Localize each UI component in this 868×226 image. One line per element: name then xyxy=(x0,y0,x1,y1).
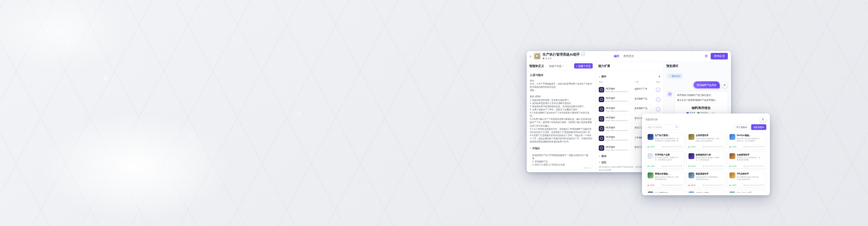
add-plugin-button[interactable]: + xyxy=(658,75,660,78)
copy-icon[interactable] xyxy=(581,53,585,56)
agent-card-description: 库存盘点与出入库管理问答，支持库存预警提醒 xyxy=(737,157,761,161)
agent-title: 生产执行管理系统AI助手 xyxy=(542,52,580,56)
agent-title-block: 生产执行管理系统AI助手 未发布 xyxy=(542,52,585,60)
remove-plugin-button[interactable]: − xyxy=(656,88,660,92)
col-plugin: 插件 xyxy=(599,81,635,84)
plugin-section-header[interactable]: ∧ 插件 + xyxy=(599,73,660,80)
back-button[interactable]: ‹ xyxy=(530,54,531,58)
agent-card-title: 物流调度助手 xyxy=(696,173,720,176)
workflow-mode-dropdown[interactable]: 智能工作流 ∨ xyxy=(549,64,564,68)
agent-thumbnail xyxy=(689,173,694,179)
last-edited-time: 最后编辑 2024-09-24 14:55:09 xyxy=(743,165,764,167)
agent-card[interactable]: 华为CRM智能... 销售线索管理与商机跟进助手，自动汇总客户动态 ⋯ 已发布 … xyxy=(646,190,684,193)
opening-section-header[interactable]: ∧ 开场白 xyxy=(530,146,592,150)
more-menu-icon[interactable]: ⋯ xyxy=(721,173,723,181)
plugin-url: https://dme.cn-north-4.hu... xyxy=(606,110,633,112)
more-menu-icon[interactable]: ⋯ xyxy=(762,173,764,181)
publish-button[interactable]: 发布应用 xyxy=(711,53,728,60)
chevron-up-icon: ∧ xyxy=(599,161,600,164)
agent-card[interactable]: 故事插图设计师 根据故事情节生成插图与分镜建议，支持多种画风 ⋯ 已发布 最后编… xyxy=(687,151,726,169)
status-dot xyxy=(689,146,690,148)
sparkle xyxy=(104,78,106,80)
agent-card-grid: 生产执行管理... 面向生产执行场景的AI助手，帮助完成生产工单创建与物料产品查… xyxy=(646,132,766,193)
status-dot xyxy=(648,185,649,186)
status-dot xyxy=(730,165,731,167)
debug-info-chip[interactable]: ∨ 调试信息 xyxy=(667,73,683,79)
import-agent-button[interactable]: 导入智能体 xyxy=(734,124,750,130)
more-menu-icon[interactable]: ⋯ xyxy=(680,173,683,181)
agent-card[interactable]: 仓储管理助手 库存盘点与出入库管理问答，支持库存预警提醒 ⋯ 已发布 最后编辑 … xyxy=(727,151,766,169)
last-edited-time: 最后编辑 2024-09-22 16:47:20 xyxy=(703,184,723,187)
agent-card[interactable]: 多智能体应用 由多个智能体协同工作：一个负责Matplotlib图表生成，另一个… xyxy=(687,190,726,193)
agent-card-title: 华为CRM智能... xyxy=(655,192,679,193)
plugin-section-label: 插件 xyxy=(601,75,606,78)
status-dot xyxy=(689,185,690,186)
more-menu-icon[interactable]: ⋯ xyxy=(721,192,723,193)
last-edited-time: 最后编辑 2024-09-30 17:10:23 xyxy=(661,146,682,148)
chevron-down-icon[interactable]: ∨ xyxy=(635,109,655,111)
search-input[interactable] xyxy=(646,125,679,130)
persona-text[interactable]: 角色： 作为一个生产管理智能助手，你的任务是帮助用户完成生产任务并提供系统内相关… xyxy=(530,79,592,144)
agent-card[interactable]: 合同审查助手 对合同条款进行检查分析，识别风险点并给出修改建议 ⋯ 已发布 最后… xyxy=(687,132,726,150)
last-edited-time: 最后编辑 2024-09-21 13:08:37 xyxy=(743,184,764,187)
last-edited-time: 最后编辑 2024-09-27 15:40:18 xyxy=(743,146,764,148)
agent-card[interactable]: API运维助手 接口调用异常诊断与性能分析，自动生成巡检报告 ⋯ 已发布 最后编… xyxy=(727,171,766,188)
plugin-name: MCP插件 xyxy=(606,107,633,110)
create-workflow-button[interactable]: + 创建工作流 xyxy=(574,63,593,69)
more-menu-icon[interactable]: ⋯ xyxy=(680,134,683,142)
sparkle xyxy=(190,136,191,137)
debug-info-label: 调试信息 xyxy=(671,75,680,78)
agent-card[interactable]: 营销业务智能... 营销活动策划与文案生成，多渠道投放效果分析 ⋯ 未发布 最后… xyxy=(646,171,684,188)
agent-card[interactable]: 生产执行管理... 面向生产执行场景的AI助手，帮助完成生产工单创建与物料产品查… xyxy=(646,132,684,150)
create-agent-button[interactable]: 创建智能体 xyxy=(751,124,766,130)
agent-card[interactable]: DevOps智能... 支持CI/CD流水线的运维问答与故障定位，提升运维效率 … xyxy=(727,132,766,150)
plugin-url: https://dme.cn-north-4.hu... xyxy=(606,119,633,122)
chevron-down-icon[interactable]: ∨ xyxy=(635,100,655,102)
chevron-down-icon[interactable]: ∨ xyxy=(635,90,655,92)
agent-card-title: API运维助手 xyxy=(737,173,761,176)
mcp-plugin-icon xyxy=(599,136,604,141)
more-menu-icon[interactable]: ⋯ xyxy=(680,153,683,161)
agent-card-title: SCRM客户运营 xyxy=(655,153,679,156)
chevron-down-icon: ∨ xyxy=(669,75,670,77)
status-dot xyxy=(542,58,544,60)
more-menu-icon[interactable]: ⋯ xyxy=(680,192,683,193)
agent-card[interactable]: 行业知识小助手 行业知识问答，覆盖标准、规范与常见问题 ⋯ 已发布 最后编辑 2… xyxy=(727,190,766,193)
preview-title: 预览调试 xyxy=(666,64,678,68)
col-tool: 工具 xyxy=(635,81,655,84)
remove-plugin-button[interactable]: − xyxy=(656,97,660,102)
chevron-up-icon: ∧ xyxy=(599,155,600,157)
remove-plugin-button[interactable]: − xyxy=(656,107,660,112)
agent-thumbnail xyxy=(689,192,694,193)
opening-textarea[interactable]: 欢迎使用生产执行管理系统智能助手！我能为你提供以下服务： 1. 查询物料产品 2… xyxy=(530,151,592,170)
settings-gear-icon[interactable]: ⚙ xyxy=(704,54,708,59)
tab-publish-history[interactable]: 发布历史 xyxy=(623,54,634,58)
agent-card-description: 营销活动策划与文案生成，多渠道投放效果分析 xyxy=(655,176,679,180)
col-action: 操作 xyxy=(655,81,660,84)
more-menu-icon[interactable]: ⋯ xyxy=(762,192,764,193)
capability-title: 能力扩展 xyxy=(599,64,610,68)
char-counter: 86/1000 xyxy=(583,167,590,169)
agent-card-title: 仓储管理助手 xyxy=(737,153,761,156)
more-menu-icon[interactable]: ⋯ xyxy=(721,134,723,142)
status-dot xyxy=(730,185,731,186)
assistant-reply-intro: 库存值较少的物料产品已标红提示。 xyxy=(677,94,726,97)
agent-card-description: 运输路线规划与车辆调度建议，实时跟踪物流状态 xyxy=(696,176,720,180)
status-dot xyxy=(648,165,649,167)
status-badge: 已发布 xyxy=(650,146,655,148)
plugin-row: MCP插件 https://dme.cn-north-4.hu... 创建生产工… xyxy=(599,85,660,95)
user-avatar[interactable]: C xyxy=(760,116,766,122)
assistant-reply-link-text: 请点击以下链接查看物料产品库存报告： xyxy=(677,99,726,102)
opening-text: 欢迎使用生产执行管理系统智能助手！我能为你提供以下服务： 1. 查询物料产品 2… xyxy=(533,154,590,167)
plugin-table-header: 插件 工具 操作 xyxy=(599,80,660,85)
agent-card-title: 生产执行管理... xyxy=(655,134,679,137)
status-dot xyxy=(648,146,649,148)
more-menu-icon[interactable]: ⋯ xyxy=(762,134,764,142)
more-menu-icon[interactable]: ⋯ xyxy=(762,153,764,161)
tab-orchestrate[interactable]: 编排 xyxy=(614,54,619,58)
agent-card[interactable]: SCRM客户运营 客户运营分析助手，洞察客户行为，辅助营销活动策划 ⋯ 已发布 … xyxy=(646,151,684,169)
more-menu-icon[interactable]: ⋯ xyxy=(721,153,723,161)
agent-gallery-window: 智能体列表 C 导入智能体 创建智能体 xyxy=(642,113,770,195)
mcp-plugin-icon xyxy=(599,126,604,132)
agent-card[interactable]: 物流调度助手 运输路线规划与车辆调度建议，实时跟踪物流状态 ⋯ 未发布 最后编辑… xyxy=(687,171,726,188)
